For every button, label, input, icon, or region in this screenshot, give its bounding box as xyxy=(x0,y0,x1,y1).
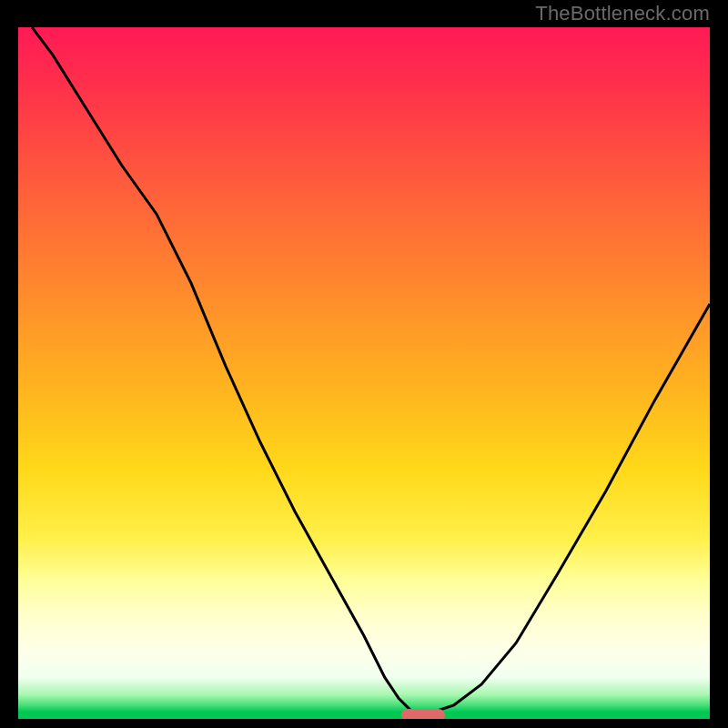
bottleneck-curve xyxy=(18,27,710,719)
optimum-marker xyxy=(401,709,445,719)
curve-path xyxy=(32,27,710,712)
chart-frame: TheBottleneck.com xyxy=(0,0,728,728)
watermark-text: TheBottleneck.com xyxy=(535,2,710,25)
plot-area xyxy=(18,27,710,719)
